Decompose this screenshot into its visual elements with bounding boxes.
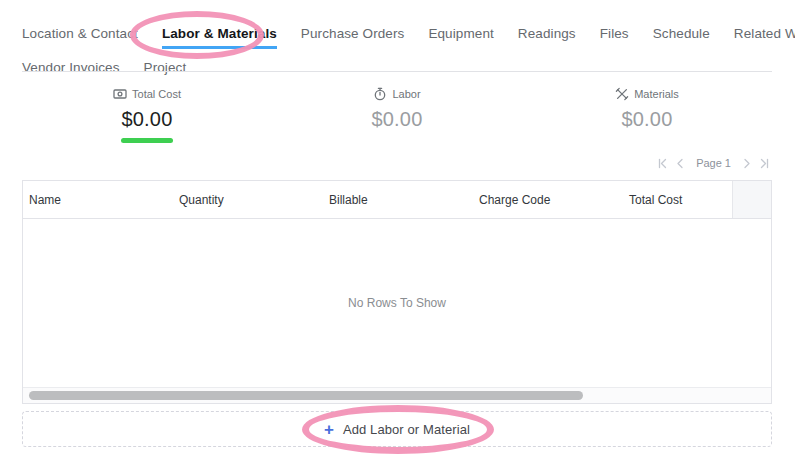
add-labor-or-material-button[interactable]: + Add Labor or Material (324, 421, 470, 438)
tab-location-contact[interactable]: Location & Contact (22, 26, 138, 49)
horizontal-scrollbar-thumb[interactable] (29, 391, 583, 400)
tab-purchase-orders[interactable]: Purchase Orders (301, 26, 405, 49)
column-header-billable[interactable]: Billable (323, 181, 473, 218)
column-header-quantity[interactable]: Quantity (173, 181, 323, 218)
labor-label: Labor (392, 88, 420, 100)
tab-labor-materials[interactable]: Labor & Materials (162, 26, 277, 49)
money-icon (113, 87, 127, 101)
materials-label-row: Materials (615, 87, 679, 101)
tab-related-work[interactable]: Related Work (734, 26, 795, 49)
summary-card-total-cost: Total Cost $0.00 (22, 87, 272, 143)
tools-icon (615, 87, 629, 101)
total-cost-highlight-bar (121, 138, 173, 143)
total-cost-label-row: Total Cost (113, 87, 181, 101)
add-row-zone: + Add Labor or Material (22, 411, 772, 447)
tab-row-1: Location & Contact Labor & Materials Pur… (22, 26, 774, 49)
horizontal-scrollbar (23, 387, 771, 403)
last-page-icon[interactable] (759, 158, 770, 169)
pagination: Page 1 (22, 157, 770, 169)
add-button-label: Add Labor or Material (343, 422, 470, 437)
timer-icon (373, 87, 387, 101)
page-indicator: Page 1 (696, 157, 731, 169)
tab-bar: Location & Contact Labor & Materials Pur… (22, 26, 774, 83)
labor-label-row: Labor (373, 87, 420, 101)
column-header-name[interactable]: Name (23, 181, 173, 218)
labor-value: $0.00 (371, 108, 422, 131)
empty-rows-message: No Rows To Show (348, 296, 446, 310)
tab-equipment[interactable]: Equipment (428, 26, 493, 49)
header-spacer (732, 181, 771, 218)
materials-value: $0.00 (621, 108, 672, 131)
tab-files[interactable]: Files (600, 26, 629, 49)
column-header-charge-code[interactable]: Charge Code (473, 181, 623, 218)
first-page-icon[interactable] (657, 158, 668, 169)
labor-materials-table: Name Quantity Billable Charge Code Total… (22, 180, 772, 404)
total-cost-value: $0.00 (121, 108, 172, 131)
materials-label: Materials (634, 88, 679, 100)
tab-readings[interactable]: Readings (518, 26, 576, 49)
table-header-row: Name Quantity Billable Charge Code Total… (23, 181, 771, 219)
table-body: No Rows To Show (23, 219, 771, 387)
previous-page-icon[interactable] (675, 158, 686, 169)
summary-card-materials: Materials $0.00 (522, 87, 772, 143)
plus-icon: + (324, 421, 334, 438)
tab-schedule[interactable]: Schedule (653, 26, 710, 49)
tabbar-divider (22, 71, 772, 72)
summary-card-labor: Labor $0.00 (272, 87, 522, 143)
column-header-total-cost[interactable]: Total Cost (623, 181, 732, 218)
next-page-icon[interactable] (741, 158, 752, 169)
cost-summary: Total Cost $0.00 Labor $0.00 (22, 87, 772, 143)
total-cost-label: Total Cost (132, 88, 181, 100)
